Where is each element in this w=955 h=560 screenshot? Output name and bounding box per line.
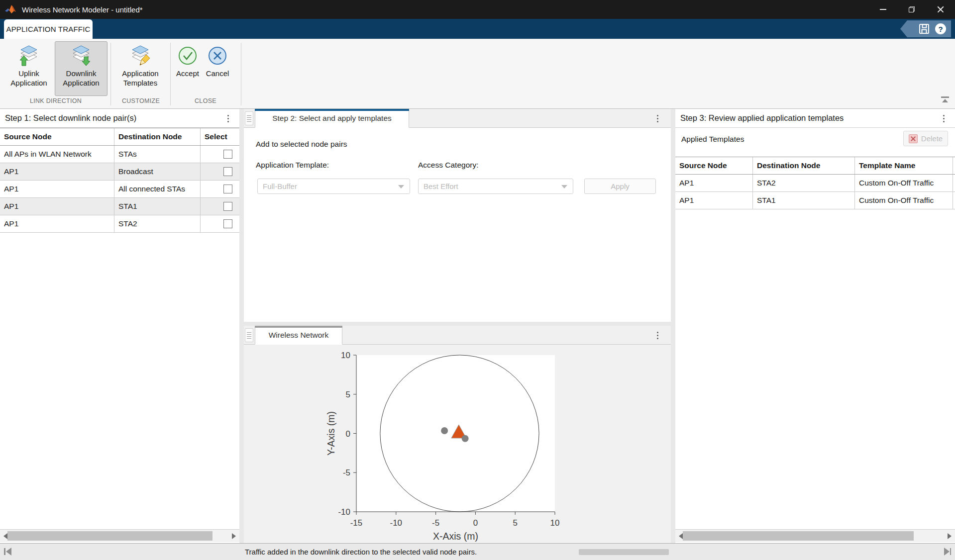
- uplink-application-label: Uplink Application: [4, 69, 53, 88]
- source-node-cell: AP1: [0, 198, 114, 215]
- delete-button[interactable]: Delete: [903, 131, 948, 146]
- application-templates-button[interactable]: Application Templates: [113, 41, 167, 96]
- accept-button[interactable]: Accept: [173, 41, 202, 96]
- step3-menu-icon[interactable]: [939, 113, 948, 124]
- panel-divider[interactable]: [244, 322, 671, 326]
- scrollbar-thumb[interactable]: [7, 531, 212, 541]
- step1-title: Step 1: Select downlink node pair(s): [5, 113, 136, 123]
- step1-menu-icon[interactable]: [223, 113, 232, 124]
- jump-right-icon[interactable]: [944, 548, 952, 556]
- svg-text:-5: -5: [343, 468, 350, 477]
- step3-panel: Step 3: Review applied application templ…: [675, 109, 955, 543]
- applied-templates-label: Applied Templates: [681, 135, 744, 144]
- access-category-value: Best Effort: [424, 182, 458, 190]
- col-extra: [953, 157, 955, 174]
- group-label-link-direction: LINK DIRECTION: [4, 97, 107, 104]
- svg-text:10: 10: [341, 351, 350, 360]
- source-node-cell: All APs in WLAN Network: [0, 146, 114, 163]
- application-template-value: Full-Buffer: [263, 182, 297, 190]
- extra-cell: [953, 175, 955, 191]
- application-template-label: Application Template:: [256, 161, 329, 170]
- select-checkbox[interactable]: [223, 167, 232, 176]
- destination-node-cell: STA1: [753, 192, 855, 209]
- select-cell: [201, 181, 239, 197]
- wireless-network-tab-label: Wireless Network: [269, 331, 329, 340]
- downlink-application-button[interactable]: Downlink Application: [55, 41, 107, 96]
- application-templates-label: Application Templates: [114, 69, 167, 88]
- chevron-down-icon: [398, 185, 404, 188]
- delete-label: Delete: [921, 134, 943, 143]
- ribbon-tab-strip: APPLICATION TRAFFIC ?: [0, 19, 955, 39]
- uplink-application-button[interactable]: Uplink Application: [4, 41, 54, 96]
- destination-node-cell: STAs: [114, 146, 201, 163]
- jump-left-icon[interactable]: [4, 548, 11, 556]
- svg-text:5: 5: [346, 390, 350, 399]
- col-destination-node[interactable]: Destination Node: [753, 157, 855, 174]
- source-node-cell: AP1: [675, 175, 753, 191]
- save-icon[interactable]: [918, 23, 930, 35]
- tab-step2[interactable]: Step 2: Select and apply templates: [255, 109, 409, 128]
- step2-menu-icon[interactable]: [653, 113, 662, 124]
- col-select[interactable]: Select: [201, 128, 239, 145]
- col-source-node[interactable]: Source Node: [0, 128, 114, 145]
- step3-horizontal-scrollbar[interactable]: [675, 529, 955, 542]
- scroll-right-icon[interactable]: [944, 530, 955, 542]
- step2-tab-label: Step 2: Select and apply templates: [272, 114, 392, 123]
- select-checkbox[interactable]: [223, 185, 232, 193]
- collapse-ribbon-icon[interactable]: [940, 96, 950, 103]
- table-row[interactable]: AP1STA2Custom On-Off Traffic: [675, 175, 955, 192]
- svg-text:-15: -15: [350, 518, 363, 528]
- accept-label: Accept: [176, 69, 199, 78]
- step3-title: Step 3: Review applied application templ…: [680, 113, 844, 123]
- table-row[interactable]: AP1STA2: [0, 215, 239, 233]
- destination-node-cell: Broadcast: [114, 163, 201, 180]
- apply-button[interactable]: Apply: [584, 179, 656, 194]
- table-row[interactable]: AP1All connected STAs: [0, 181, 239, 198]
- group-label-close: CLOSE: [176, 97, 235, 104]
- select-checkbox[interactable]: [223, 202, 232, 211]
- cancel-button[interactable]: Cancel: [203, 41, 232, 96]
- table-row[interactable]: AP1STA1Custom On-Off Traffic: [675, 192, 955, 209]
- tab-application-traffic[interactable]: APPLICATION TRAFFIC: [4, 19, 93, 39]
- minimize-button[interactable]: [868, 0, 897, 19]
- col-destination-node[interactable]: Destination Node: [114, 128, 201, 145]
- col-template-name[interactable]: Template Name: [855, 157, 953, 174]
- select-checkbox[interactable]: [223, 219, 232, 228]
- source-node-cell: AP1: [675, 192, 753, 209]
- tab-wireless-network[interactable]: Wireless Network: [255, 326, 342, 345]
- matlab-logo-icon: [5, 4, 16, 14]
- node-pairs-table: Source Node Destination Node Select All …: [0, 128, 239, 233]
- window-title: Wireless Network Modeler - untitled*: [22, 5, 143, 14]
- scroll-right-icon[interactable]: [228, 530, 239, 542]
- restore-button[interactable]: [897, 0, 926, 19]
- network-plot-canvas[interactable]: -15-10-50510-10-50510X-Axis (m)Y-Axis (m…: [244, 345, 671, 543]
- node-pairs-table-header: Source Node Destination Node Select: [0, 128, 239, 146]
- help-icon[interactable]: ?: [935, 23, 946, 34]
- workspace: Step 1: Select downlink node pair(s) Sou…: [0, 109, 955, 543]
- status-bar: Traffic added in the downlink direction …: [0, 543, 955, 560]
- network-view-menu-icon[interactable]: [653, 330, 662, 341]
- source-node-cell: AP1: [0, 215, 114, 232]
- step1-table-body: All APs in WLAN NetworkSTAsAP1BroadcastA…: [0, 146, 239, 233]
- svg-text:Y-Axis (m): Y-Axis (m): [325, 411, 336, 456]
- svg-text:0: 0: [473, 518, 478, 528]
- group-label-customize: CUSTOMIZE: [113, 97, 168, 104]
- downlink-layers-icon: [70, 45, 92, 67]
- table-row[interactable]: AP1STA1: [0, 198, 239, 215]
- drag-grip-icon[interactable]: [245, 328, 253, 342]
- close-button[interactable]: [926, 0, 955, 19]
- step1-horizontal-scrollbar[interactable]: [0, 529, 239, 542]
- svg-text:-10: -10: [390, 518, 403, 528]
- select-checkbox[interactable]: [223, 150, 232, 159]
- application-template-dropdown[interactable]: Full-Buffer: [257, 179, 410, 194]
- table-row[interactable]: All APs in WLAN NetworkSTAs: [0, 146, 239, 163]
- drag-grip-icon[interactable]: [245, 111, 253, 125]
- table-row[interactable]: AP1Broadcast: [0, 163, 239, 181]
- svg-text:0: 0: [346, 429, 350, 439]
- destination-node-cell: STA1: [114, 198, 201, 215]
- network-plot[interactable]: -15-10-50510-10-50510X-Axis (m)Y-Axis (m…: [244, 345, 671, 543]
- access-category-dropdown[interactable]: Best Effort: [418, 179, 573, 194]
- col-source-node[interactable]: Source Node: [675, 157, 753, 174]
- applied-templates-table: Source Node Destination Node Template Na…: [675, 157, 955, 209]
- scrollbar-thumb[interactable]: [683, 531, 914, 541]
